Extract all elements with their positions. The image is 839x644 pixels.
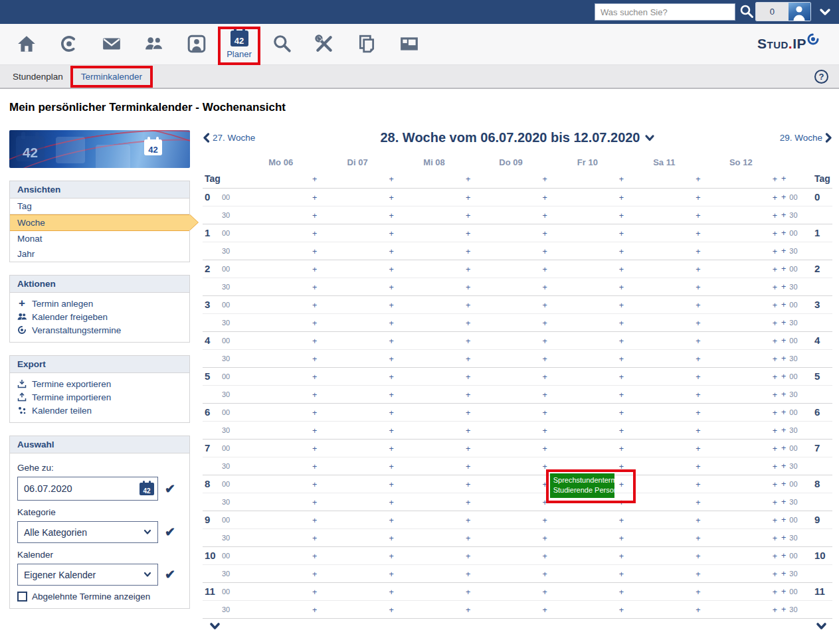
add-appointment-link[interactable]: + (466, 337, 470, 346)
notification-avatar-widget[interactable]: 0 (755, 2, 811, 21)
add-appointment-link[interactable]: + (466, 265, 470, 274)
planner-icon[interactable]: 42 Planer (218, 24, 260, 64)
add-appointment-link[interactable]: + (542, 229, 547, 238)
add-appointment-link[interactable]: + (466, 301, 470, 310)
add-appointment-link[interactable]: + (619, 390, 624, 400)
add-appointment-link[interactable]: + (312, 516, 317, 525)
add-appointment-link[interactable]: + (619, 175, 624, 184)
add-appointment-link[interactable]: + (312, 211, 317, 220)
add-appointment-link[interactable]: + (389, 175, 394, 184)
export-termine-importieren[interactable]: Termine importieren (10, 390, 189, 404)
add-appointment-link[interactable]: + (781, 551, 786, 560)
add-appointment-link[interactable]: + (781, 282, 786, 291)
add-appointment-link[interactable]: + (312, 534, 317, 543)
kalender-select[interactable]: Eigener Kalender (17, 564, 158, 586)
add-appointment-link[interactable]: + (619, 516, 624, 525)
add-appointment-link[interactable]: + (542, 283, 547, 292)
add-appointment-link[interactable]: + (781, 497, 786, 507)
add-appointment-link[interactable]: + (696, 301, 700, 310)
add-appointment-link[interactable]: + (389, 480, 394, 489)
add-appointment-link[interactable]: + (773, 229, 777, 238)
prev-week-link[interactable]: 27. Woche (203, 133, 255, 143)
add-appointment-link[interactable]: + (781, 533, 786, 542)
add-appointment-link[interactable]: + (781, 390, 786, 399)
add-appointment-link[interactable]: + (696, 283, 700, 292)
add-appointment-link[interactable]: + (619, 588, 624, 597)
add-appointment-link[interactable]: + (781, 408, 786, 417)
add-appointment-link[interactable]: + (619, 229, 624, 238)
add-appointment-link[interactable]: + (781, 264, 786, 274)
add-appointment-link[interactable]: + (773, 480, 777, 489)
add-appointment-link[interactable]: + (781, 174, 786, 183)
add-appointment-link[interactable]: + (466, 211, 470, 220)
add-appointment-link[interactable]: + (466, 570, 470, 579)
add-appointment-link[interactable]: + (389, 516, 394, 525)
kategorie-select[interactable]: Alle Kategorien (17, 521, 158, 543)
add-appointment-link[interactable]: + (773, 193, 777, 202)
add-appointment-link[interactable]: + (696, 534, 700, 543)
add-appointment-link[interactable]: + (773, 301, 777, 310)
add-appointment-link[interactable]: + (312, 372, 317, 382)
files-icon[interactable] (345, 24, 388, 64)
add-appointment-link[interactable]: + (773, 588, 777, 597)
add-appointment-link[interactable]: + (542, 552, 547, 561)
add-appointment-link[interactable]: + (312, 229, 317, 238)
add-appointment-link[interactable]: + (542, 301, 547, 310)
add-appointment-link[interactable]: + (781, 587, 786, 596)
add-appointment-link[interactable]: + (619, 605, 624, 615)
scroll-down-left-icon[interactable] (209, 621, 221, 633)
add-appointment-link[interactable]: + (389, 337, 394, 346)
add-appointment-link[interactable]: + (781, 372, 786, 381)
board-icon[interactable] (388, 24, 430, 64)
add-appointment-link[interactable]: + (696, 570, 700, 579)
add-appointment-link[interactable]: + (389, 498, 394, 507)
add-appointment-link[interactable]: + (773, 319, 777, 328)
add-appointment-link[interactable]: + (542, 211, 547, 220)
add-appointment-link[interactable]: + (619, 193, 624, 202)
add-appointment-link[interactable]: + (773, 462, 777, 471)
add-appointment-link[interactable]: + (389, 408, 394, 418)
add-appointment-link[interactable]: + (773, 426, 777, 436)
add-appointment-link[interactable]: + (466, 552, 470, 561)
add-appointment-link[interactable]: + (312, 193, 317, 202)
add-appointment-link[interactable]: + (773, 372, 777, 382)
action-termin-anlegen[interactable]: +Termin anlegen (10, 297, 189, 310)
add-appointment-link[interactable]: + (773, 283, 777, 292)
add-appointment-link[interactable]: + (389, 570, 394, 579)
add-appointment-link[interactable]: + (312, 444, 317, 453)
add-appointment-link[interactable]: + (542, 462, 547, 471)
add-appointment-link[interactable]: + (696, 444, 700, 453)
action-veranstaltungstermine[interactable]: Veranstaltungstermine (10, 323, 189, 337)
add-appointment-link[interactable]: + (312, 588, 317, 597)
add-appointment-link[interactable]: + (312, 175, 317, 184)
add-appointment-link[interactable]: + (542, 390, 547, 400)
search-icon[interactable] (739, 4, 755, 20)
goto-date-input[interactable] (17, 477, 158, 501)
add-appointment-link[interactable]: + (781, 426, 786, 435)
add-appointment-link[interactable]: + (781, 605, 786, 614)
add-appointment-link[interactable]: + (619, 498, 624, 507)
abgelehnte-termine-checkbox[interactable] (17, 592, 27, 602)
add-appointment-link[interactable]: + (312, 319, 317, 328)
mail-icon[interactable] (90, 24, 133, 64)
add-appointment-link[interactable]: + (312, 283, 317, 292)
add-appointment-link[interactable]: + (466, 193, 470, 202)
add-appointment-link[interactable]: + (696, 390, 700, 400)
add-appointment-link[interactable]: + (542, 426, 547, 436)
add-appointment-link[interactable]: + (542, 355, 547, 364)
add-appointment-link[interactable]: + (619, 301, 624, 310)
add-appointment-link[interactable]: + (781, 228, 786, 238)
add-appointment-link[interactable]: + (696, 265, 700, 274)
global-search-input[interactable] (595, 3, 735, 21)
add-appointment-link[interactable]: + (696, 462, 700, 471)
export-termine-exportieren[interactable]: Termine exportieren (10, 377, 189, 390)
add-appointment-link[interactable]: + (389, 444, 394, 453)
courses-icon[interactable] (48, 24, 90, 64)
add-appointment-link[interactable]: + (466, 355, 470, 364)
add-appointment-link[interactable]: + (619, 337, 624, 346)
add-appointment-link[interactable]: + (781, 515, 786, 524)
add-appointment-link[interactable]: + (389, 193, 394, 202)
add-appointment-link[interactable]: + (781, 210, 786, 220)
sidebar-view-monat[interactable]: Monat (10, 231, 189, 246)
add-appointment-link[interactable]: + (773, 390, 777, 400)
